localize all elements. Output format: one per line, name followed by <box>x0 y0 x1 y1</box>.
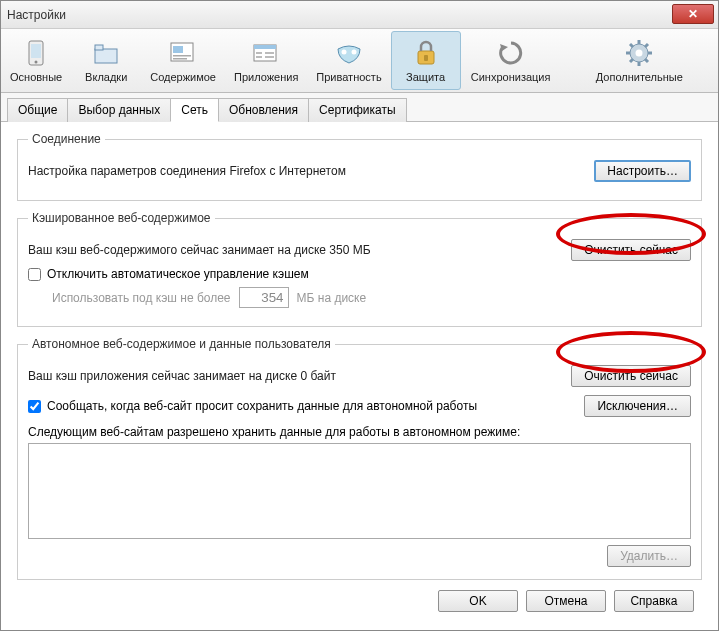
category-label: Защита <box>400 71 452 83</box>
override-cache-label: Отключить автоматическое управление кэше… <box>47 267 309 281</box>
category-advanced[interactable]: Дополнительные <box>561 31 718 90</box>
svg-rect-11 <box>256 52 262 54</box>
svg-rect-14 <box>265 56 274 58</box>
tab-updates[interactable]: Обновления <box>218 98 309 122</box>
content-icon <box>161 38 205 68</box>
svg-line-27 <box>630 59 633 62</box>
tab-network[interactable]: Сеть <box>170 98 219 122</box>
close-button[interactable]: ✕ <box>672 4 714 24</box>
svg-line-28 <box>645 44 648 47</box>
sync-icon <box>489 38 533 68</box>
category-label: Дополнительные <box>570 71 709 83</box>
category-basic[interactable]: Основные <box>1 31 71 90</box>
offline-group: Автономное веб-содержимое и данные польз… <box>17 337 702 580</box>
category-label: Основные <box>10 71 62 83</box>
offline-delete-button[interactable]: Удалить… <box>607 545 691 567</box>
window-title: Настройки <box>7 8 66 22</box>
category-security[interactable]: Защита <box>391 31 461 90</box>
category-tabs[interactable]: Вкладки <box>71 31 141 90</box>
titlebar: Настройки ✕ <box>1 1 718 29</box>
svg-line-25 <box>630 44 633 47</box>
offline-legend: Автономное веб-содержимое и данные польз… <box>28 337 335 351</box>
offline-notify-checkbox[interactable] <box>28 400 41 413</box>
cache-group: Кэшированное веб-содержимое Ваш кэш веб-… <box>17 211 702 327</box>
svg-point-20 <box>636 50 643 57</box>
connection-text: Настройка параметров соединения Firefox … <box>28 164 594 178</box>
lock-icon <box>404 38 448 68</box>
category-label: Приватность <box>316 71 381 83</box>
category-label: Приложения <box>234 71 298 83</box>
clear-offline-button[interactable]: Очистить сейчас <box>571 365 691 387</box>
svg-rect-12 <box>256 56 262 58</box>
svg-rect-10 <box>254 45 276 49</box>
mask-icon <box>327 38 371 68</box>
tab-general[interactable]: Общие <box>7 98 68 122</box>
offline-notify-label: Сообщать, когда веб-сайт просит сохранит… <box>47 399 477 413</box>
tab-data-choices[interactable]: Выбор данных <box>67 98 171 122</box>
tab-certificates[interactable]: Сертификаты <box>308 98 407 122</box>
category-label: Содержимое <box>150 71 216 83</box>
svg-rect-8 <box>173 58 187 60</box>
offline-sites-listbox[interactable] <box>28 443 691 539</box>
ok-button[interactable]: OK <box>438 590 518 612</box>
svg-rect-3 <box>95 49 117 63</box>
connection-legend: Соединение <box>28 132 105 146</box>
clear-cache-button[interactable]: Очистить сейчас <box>571 239 691 261</box>
svg-rect-1 <box>31 44 41 58</box>
svg-rect-4 <box>95 45 103 50</box>
cache-limit-prefix: Использовать под кэш не более <box>52 291 231 305</box>
category-content[interactable]: Содержимое <box>141 31 225 90</box>
cache-limit-input[interactable] <box>239 287 289 308</box>
category-privacy[interactable]: Приватность <box>307 31 390 90</box>
cancel-button[interactable]: Отмена <box>526 590 606 612</box>
close-icon: ✕ <box>688 7 698 21</box>
phone-icon <box>14 38 58 68</box>
svg-rect-13 <box>265 52 274 54</box>
category-sync[interactable]: Синхронизация <box>461 31 561 90</box>
gear-icon <box>617 38 661 68</box>
connection-group: Соединение Настройка параметров соединен… <box>17 132 702 201</box>
svg-point-16 <box>351 50 356 55</box>
help-button[interactable]: Справка <box>614 590 694 612</box>
tab-content: Соединение Настройка параметров соединен… <box>1 122 718 600</box>
offline-list-label: Следующим веб-сайтам разрешено хранить д… <box>28 425 691 439</box>
category-toolbar: Основные Вкладки Содержимое Приложения П… <box>1 29 718 93</box>
offline-usage-text: Ваш кэш приложения сейчас занимает на ди… <box>28 369 571 383</box>
cache-legend: Кэшированное веб-содержимое <box>28 211 215 225</box>
svg-rect-18 <box>424 55 428 61</box>
offline-exceptions-button[interactable]: Исключения… <box>584 395 691 417</box>
svg-line-26 <box>645 59 648 62</box>
category-apps[interactable]: Приложения <box>225 31 307 90</box>
tabs-icon <box>84 38 128 68</box>
svg-point-2 <box>35 61 38 64</box>
svg-rect-7 <box>173 55 191 57</box>
dialog-buttons: OK Отмена Справка <box>438 590 694 612</box>
svg-point-15 <box>341 50 346 55</box>
svg-rect-6 <box>173 46 183 53</box>
apps-icon <box>244 38 288 68</box>
override-cache-checkbox[interactable] <box>28 268 41 281</box>
cache-usage-text: Ваш кэш веб-содержимого сейчас занимает … <box>28 243 571 257</box>
category-label: Вкладки <box>80 71 132 83</box>
category-label: Синхронизация <box>470 71 552 83</box>
cache-limit-suffix: МБ на диске <box>297 291 367 305</box>
connection-settings-button[interactable]: Настроить… <box>594 160 691 182</box>
subtabs: Общие Выбор данных Сеть Обновления Серти… <box>1 93 718 122</box>
